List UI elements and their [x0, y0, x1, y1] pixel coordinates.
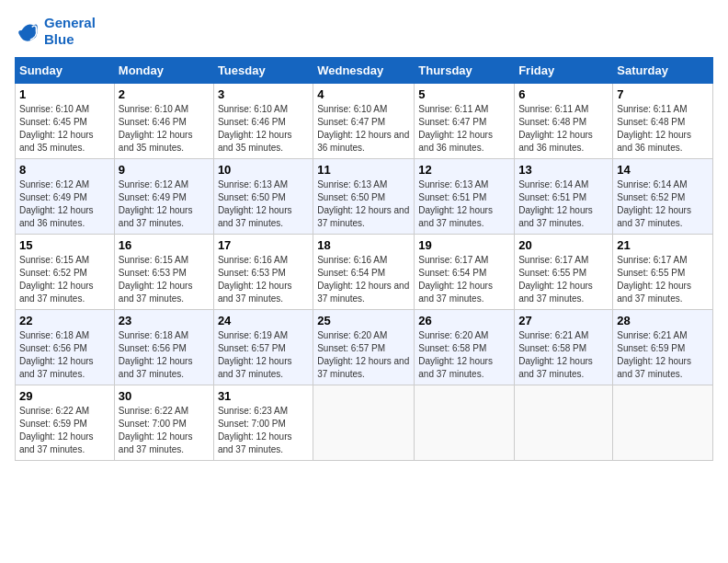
day-info: Sunrise: 6:15 AMSunset: 6:52 PMDaylight:…	[19, 254, 110, 305]
week-row-4: 22 Sunrise: 6:18 AMSunset: 6:56 PMDaylig…	[16, 310, 713, 385]
day-info: Sunrise: 6:20 AMSunset: 6:57 PMDaylight:…	[317, 329, 410, 381]
calendar-cell: 30 Sunrise: 6:22 AMSunset: 7:00 PMDaylig…	[114, 385, 213, 461]
day-number: 18	[317, 238, 410, 252]
day-info: Sunrise: 6:13 AMSunset: 6:50 PMDaylight:…	[218, 178, 309, 230]
calendar-cell: 17 Sunrise: 6:16 AMSunset: 6:53 PMDaylig…	[213, 235, 313, 310]
day-number: 24	[218, 314, 309, 327]
day-number: 29	[19, 389, 110, 403]
calendar-cell: 28 Sunrise: 6:21 AMSunset: 6:59 PMDaylig…	[613, 310, 713, 385]
day-number: 25	[317, 314, 410, 327]
week-row-3: 15 Sunrise: 6:15 AMSunset: 6:52 PMDaylig…	[16, 235, 713, 310]
day-info: Sunrise: 6:11 AMSunset: 6:48 PMDaylight:…	[518, 103, 609, 155]
logo-text: General Blue	[44, 15, 96, 48]
calendar-cell: 4 Sunrise: 6:10 AMSunset: 6:47 PMDayligh…	[313, 84, 415, 159]
day-number: 9	[119, 163, 210, 177]
calendar-cell: 9 Sunrise: 6:12 AMSunset: 6:49 PMDayligh…	[114, 159, 213, 235]
day-number: 31	[218, 389, 309, 403]
calendar-cell: 12 Sunrise: 6:13 AMSunset: 6:51 PMDaylig…	[415, 159, 515, 235]
calendar-cell: 1 Sunrise: 6:10 AMSunset: 6:45 PMDayligh…	[16, 84, 115, 159]
calendar-cell: 18 Sunrise: 6:16 AMSunset: 6:54 PMDaylig…	[313, 235, 415, 310]
day-info: Sunrise: 6:21 AMSunset: 6:58 PMDaylight:…	[518, 329, 609, 381]
header-row: SundayMondayTuesdayWednesdayThursdayFrid…	[16, 58, 713, 84]
calendar-cell: 20 Sunrise: 6:17 AMSunset: 6:55 PMDaylig…	[515, 235, 613, 310]
calendar-cell: 5 Sunrise: 6:11 AMSunset: 6:47 PMDayligh…	[415, 84, 515, 159]
day-number: 11	[317, 163, 410, 177]
day-number: 4	[317, 87, 410, 101]
day-info: Sunrise: 6:14 AMSunset: 6:52 PMDaylight:…	[617, 178, 709, 230]
header-day-sunday: Sunday	[16, 58, 115, 84]
day-info: Sunrise: 6:17 AMSunset: 6:54 PMDaylight:…	[418, 254, 510, 305]
calendar-cell: 22 Sunrise: 6:18 AMSunset: 6:56 PMDaylig…	[16, 310, 115, 385]
day-number: 12	[418, 163, 510, 177]
day-info: Sunrise: 6:22 AMSunset: 6:59 PMDaylight:…	[19, 405, 110, 456]
calendar-cell: 11 Sunrise: 6:13 AMSunset: 6:50 PMDaylig…	[313, 159, 415, 235]
day-info: Sunrise: 6:19 AMSunset: 6:57 PMDaylight:…	[218, 329, 309, 381]
day-number: 3	[218, 87, 309, 101]
day-info: Sunrise: 6:10 AMSunset: 6:46 PMDaylight:…	[218, 103, 309, 155]
calendar-cell: 13 Sunrise: 6:14 AMSunset: 6:51 PMDaylig…	[515, 159, 613, 235]
day-info: Sunrise: 6:20 AMSunset: 6:58 PMDaylight:…	[418, 329, 510, 381]
day-number: 27	[518, 314, 609, 327]
calendar-cell: 15 Sunrise: 6:15 AMSunset: 6:52 PMDaylig…	[16, 235, 115, 310]
day-number: 2	[119, 87, 210, 101]
day-info: Sunrise: 6:13 AMSunset: 6:50 PMDaylight:…	[317, 178, 410, 230]
day-info: Sunrise: 6:11 AMSunset: 6:47 PMDaylight:…	[418, 103, 510, 155]
day-info: Sunrise: 6:10 AMSunset: 6:46 PMDaylight:…	[119, 103, 210, 155]
calendar-cell: 24 Sunrise: 6:19 AMSunset: 6:57 PMDaylig…	[213, 310, 313, 385]
day-number: 5	[418, 87, 510, 101]
header-day-friday: Friday	[515, 58, 613, 84]
day-info: Sunrise: 6:21 AMSunset: 6:59 PMDaylight:…	[617, 329, 709, 381]
day-number: 14	[617, 163, 709, 177]
calendar-cell: 10 Sunrise: 6:13 AMSunset: 6:50 PMDaylig…	[213, 159, 313, 235]
week-row-1: 1 Sunrise: 6:10 AMSunset: 6:45 PMDayligh…	[16, 84, 713, 159]
day-info: Sunrise: 6:14 AMSunset: 6:51 PMDaylight:…	[518, 178, 609, 230]
calendar-cell: 26 Sunrise: 6:20 AMSunset: 6:58 PMDaylig…	[415, 310, 515, 385]
calendar-cell: 16 Sunrise: 6:15 AMSunset: 6:53 PMDaylig…	[114, 235, 213, 310]
calendar-cell: 23 Sunrise: 6:18 AMSunset: 6:56 PMDaylig…	[114, 310, 213, 385]
calendar-cell: 19 Sunrise: 6:17 AMSunset: 6:54 PMDaylig…	[415, 235, 515, 310]
day-number: 19	[418, 238, 510, 252]
day-number: 22	[19, 314, 110, 327]
week-row-5: 29 Sunrise: 6:22 AMSunset: 6:59 PMDaylig…	[16, 385, 713, 461]
calendar-cell: 3 Sunrise: 6:10 AMSunset: 6:46 PMDayligh…	[213, 84, 313, 159]
calendar-cell: 7 Sunrise: 6:11 AMSunset: 6:48 PMDayligh…	[613, 84, 713, 159]
header-day-saturday: Saturday	[613, 58, 713, 84]
calendar-cell: 21 Sunrise: 6:17 AMSunset: 6:55 PMDaylig…	[613, 235, 713, 310]
day-info: Sunrise: 6:13 AMSunset: 6:51 PMDaylight:…	[418, 178, 510, 230]
day-info: Sunrise: 6:22 AMSunset: 7:00 PMDaylight:…	[119, 405, 210, 456]
day-info: Sunrise: 6:18 AMSunset: 6:56 PMDaylight:…	[19, 329, 110, 381]
calendar-cell	[613, 385, 713, 461]
day-number: 21	[617, 238, 709, 252]
day-info: Sunrise: 6:10 AMSunset: 6:45 PMDaylight:…	[19, 103, 110, 155]
day-number: 17	[218, 238, 309, 252]
calendar-cell	[313, 385, 415, 461]
week-row-2: 8 Sunrise: 6:12 AMSunset: 6:49 PMDayligh…	[16, 159, 713, 235]
day-number: 16	[119, 238, 210, 252]
day-number: 8	[19, 163, 110, 177]
day-info: Sunrise: 6:17 AMSunset: 6:55 PMDaylight:…	[518, 254, 609, 305]
header-day-wednesday: Wednesday	[313, 58, 415, 84]
day-info: Sunrise: 6:12 AMSunset: 6:49 PMDaylight:…	[119, 178, 210, 230]
day-info: Sunrise: 6:12 AMSunset: 6:49 PMDaylight:…	[19, 178, 110, 230]
day-info: Sunrise: 6:18 AMSunset: 6:56 PMDaylight:…	[119, 329, 210, 381]
calendar-cell: 8 Sunrise: 6:12 AMSunset: 6:49 PMDayligh…	[16, 159, 115, 235]
calendar-cell: 25 Sunrise: 6:20 AMSunset: 6:57 PMDaylig…	[313, 310, 415, 385]
calendar-cell: 14 Sunrise: 6:14 AMSunset: 6:52 PMDaylig…	[613, 159, 713, 235]
day-info: Sunrise: 6:15 AMSunset: 6:53 PMDaylight:…	[119, 254, 210, 305]
day-number: 6	[518, 87, 609, 101]
calendar-cell	[415, 385, 515, 461]
calendar-table: SundayMondayTuesdayWednesdayThursdayFrid…	[15, 57, 713, 461]
calendar-cell: 27 Sunrise: 6:21 AMSunset: 6:58 PMDaylig…	[515, 310, 613, 385]
calendar-cell	[515, 385, 613, 461]
calendar-cell: 2 Sunrise: 6:10 AMSunset: 6:46 PMDayligh…	[114, 84, 213, 159]
logo-icon	[15, 18, 40, 44]
header: General Blue	[15, 15, 713, 48]
calendar-cell: 6 Sunrise: 6:11 AMSunset: 6:48 PMDayligh…	[515, 84, 613, 159]
day-info: Sunrise: 6:16 AMSunset: 6:53 PMDaylight:…	[218, 254, 309, 305]
day-number: 15	[19, 238, 110, 252]
header-day-thursday: Thursday	[415, 58, 515, 84]
header-day-monday: Monday	[114, 58, 213, 84]
calendar-cell: 31 Sunrise: 6:23 AMSunset: 7:00 PMDaylig…	[213, 385, 313, 461]
day-info: Sunrise: 6:17 AMSunset: 6:55 PMDaylight:…	[617, 254, 709, 305]
day-info: Sunrise: 6:11 AMSunset: 6:48 PMDaylight:…	[617, 103, 709, 155]
